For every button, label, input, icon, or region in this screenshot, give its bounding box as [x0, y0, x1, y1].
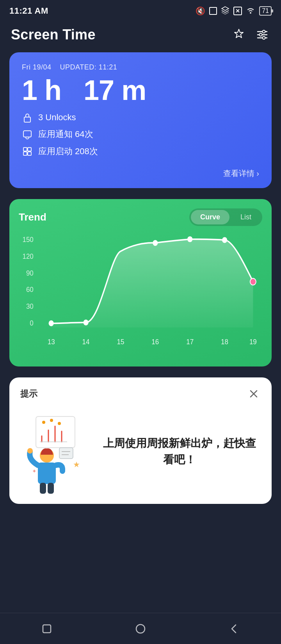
app-header: Screen Time [0, 20, 281, 52]
svg-point-47 [136, 624, 145, 633]
svg-rect-11 [28, 152, 31, 155]
recent-apps-button[interactable] [38, 620, 55, 637]
stats-launches: 应用启动 208次 [22, 146, 259, 157]
stats-date: Fri 19/04 UPDATED: 11:21 [22, 63, 259, 71]
close-button[interactable] [247, 387, 261, 401]
svg-rect-10 [23, 152, 27, 155]
lock-icon [22, 112, 33, 123]
stats-list: 3 Unlocks 应用通知 64次 [22, 112, 259, 157]
svg-rect-39 [48, 483, 54, 494]
status-time: 11:21 AM [9, 6, 48, 16]
svg-text:17: 17 [186, 338, 194, 346]
grid-icon [22, 146, 33, 157]
svg-text:90: 90 [26, 269, 34, 277]
home-button[interactable] [132, 620, 149, 637]
svg-text:16: 16 [151, 338, 159, 346]
trend-card: Trend Curve List 150 120 90 60 30 0 13 1… [9, 199, 272, 366]
data-point-14 [83, 320, 88, 326]
svg-point-40 [27, 448, 33, 454]
tip-title: 提示 [20, 388, 37, 400]
svg-text:120: 120 [22, 252, 33, 260]
detail-link[interactable]: 查看详情 › [22, 165, 259, 179]
star-icon [232, 28, 246, 42]
svg-rect-38 [40, 483, 46, 494]
settings-button[interactable] [254, 27, 270, 43]
curve-tab[interactable]: Curve [191, 210, 229, 224]
svg-point-33 [42, 421, 45, 424]
illustration-svg: ★ ✦ [20, 409, 91, 495]
stats-unlocks: 3 Unlocks [22, 112, 259, 123]
settings-icon [255, 28, 269, 42]
svg-rect-46 [43, 625, 51, 633]
main-content: Fri 19/04 UPDATED: 11:21 1 h 17 m 3 Unlo… [0, 52, 281, 554]
tip-header: 提示 [20, 387, 261, 401]
data-point-18 [222, 237, 227, 243]
chart-svg: 150 120 90 60 30 0 13 14 15 16 17 18 19 [19, 234, 262, 359]
square-icon [40, 622, 54, 636]
svg-text:✦: ✦ [32, 468, 37, 474]
svg-rect-37 [38, 463, 56, 484]
svg-text:19: 19 [249, 338, 257, 346]
data-point-17 [187, 236, 192, 242]
view-toggle: Curve List [189, 208, 262, 226]
svg-text:18: 18 [221, 338, 228, 346]
layers-icon [221, 6, 229, 16]
close-icon [248, 388, 259, 399]
bottom-nav [0, 613, 281, 644]
wifi-icon [246, 7, 255, 15]
svg-text:13: 13 [48, 338, 55, 346]
back-button[interactable] [226, 620, 243, 637]
notification-bell-icon [22, 129, 33, 140]
svg-text:0: 0 [30, 319, 33, 327]
list-tab[interactable]: List [231, 210, 261, 224]
svg-rect-7 [23, 131, 31, 137]
battery-icon: 71 [259, 6, 272, 16]
tip-content: ★ ✦ 上周使用周报新鲜出炉，赶快查看吧！ [20, 409, 261, 495]
status-bar: 11:21 AM 🔇 ✕ 71 [0, 0, 281, 20]
stats-notifications: 应用通知 64次 [22, 128, 259, 140]
mute-icon: 🔇 [196, 6, 205, 16]
stats-card: Fri 19/04 UPDATED: 11:21 1 h 17 m 3 Unlo… [9, 52, 272, 188]
page-title: Screen Time [11, 27, 96, 43]
svg-text:15: 15 [117, 338, 124, 346]
svg-rect-8 [23, 148, 27, 151]
svg-point-4 [260, 34, 262, 36]
circle-icon [133, 622, 148, 636]
back-icon [227, 622, 241, 636]
svg-text:14: 14 [82, 338, 90, 346]
notification-icon: ✕ [233, 7, 242, 15]
nav-spacer [9, 515, 272, 554]
star-button[interactable] [231, 27, 247, 43]
trend-header: Trend Curve List [19, 208, 262, 226]
svg-point-3 [263, 30, 265, 33]
svg-rect-41 [59, 448, 73, 459]
data-point-13 [49, 320, 54, 326]
svg-rect-6 [24, 117, 30, 122]
svg-text:★: ★ [73, 460, 80, 469]
svg-point-35 [58, 422, 61, 425]
svg-point-5 [263, 37, 265, 39]
svg-point-34 [50, 419, 53, 422]
tip-card: 提示 [9, 377, 272, 504]
trend-title: Trend [19, 211, 46, 223]
svg-text:150: 150 [22, 235, 33, 244]
tip-message: 上周使用周报新鲜出炉，赶快查看吧！ [98, 435, 261, 468]
sim-icon [209, 7, 217, 15]
svg-text:60: 60 [26, 285, 34, 294]
data-point-16 [153, 240, 158, 246]
svg-rect-9 [28, 148, 31, 151]
data-point-19 [250, 278, 256, 285]
header-actions [231, 27, 270, 43]
status-icons: 🔇 ✕ 71 [196, 6, 272, 16]
stats-time: 1 h 17 m [22, 76, 259, 104]
trend-chart: 150 120 90 60 30 0 13 14 15 16 17 18 19 [19, 234, 262, 359]
svg-text:30: 30 [26, 302, 34, 310]
tip-illustration: ★ ✦ [20, 409, 91, 495]
